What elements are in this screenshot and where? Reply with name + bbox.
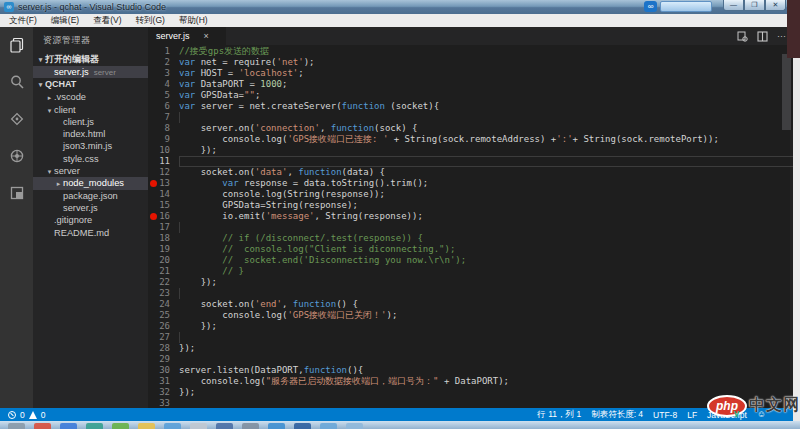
gutter[interactable]: 5 [148, 90, 179, 101]
menu-item-2[interactable]: 查看(V) [86, 14, 128, 27]
breakpoint-icon[interactable] [150, 180, 157, 187]
gutter[interactable]: 23 [148, 288, 179, 299]
gutter[interactable]: 31 [148, 376, 179, 387]
line-text[interactable]: server.listen(DataPORT,function(){ [179, 365, 800, 376]
gutter[interactable]: 7 [148, 112, 179, 123]
windows-taskbar[interactable] [0, 421, 800, 429]
code-line-27[interactable]: 27 [148, 332, 800, 343]
gutter[interactable]: 10 [148, 145, 179, 156]
section-打开的编辑器[interactable]: ▾打开的编辑器 [33, 53, 148, 66]
code-editor[interactable]: 1//接受gps发送的数据2var net = require('net');3… [148, 45, 800, 408]
open-preview-icon[interactable] [737, 31, 748, 42]
line-text[interactable]: }); [179, 145, 800, 156]
line-text[interactable]: var HOST = 'localhost'; [179, 68, 800, 79]
taskbar-icon-1[interactable] [34, 423, 51, 429]
gutter[interactable]: 20 [148, 255, 179, 266]
gutter[interactable]: 14 [148, 189, 179, 200]
tab-serverjs[interactable]: server.js × [148, 27, 226, 45]
tree-item-server[interactable]: ▾server [33, 165, 148, 177]
taskbar-icon-6[interactable] [164, 423, 181, 429]
search-icon[interactable] [7, 72, 27, 92]
problems-status[interactable]: 0 0 [0, 410, 45, 420]
line-text[interactable]: }); [179, 277, 800, 288]
close-button[interactable]: ✕ [765, 0, 786, 11]
tree-item-json3.min.js[interactable]: json3.min.js [33, 140, 148, 152]
line-text[interactable]: // } [179, 266, 800, 277]
code-line-20[interactable]: 20 // socket.end('Disconnecting you now.… [148, 255, 800, 266]
taskbar-icon-4[interactable] [112, 423, 129, 429]
gutter[interactable]: 8 [148, 123, 179, 134]
status-item-3[interactable]: LF [687, 410, 697, 420]
breakpoint-icon[interactable] [150, 213, 157, 220]
tree-item-client.js[interactable]: client.js [33, 116, 148, 128]
line-text[interactable]: }); [179, 321, 800, 332]
line-text[interactable]: console.log(String(response)); [179, 189, 800, 200]
debug-icon[interactable] [7, 146, 27, 166]
code-line-23[interactable]: 23 [148, 288, 800, 299]
line-text[interactable]: var GPSData=""; [179, 90, 800, 101]
extensions-icon[interactable] [7, 183, 27, 203]
gutter[interactable]: 22 [148, 277, 179, 288]
status-item-0[interactable]: 行 11，列 1 [537, 409, 581, 421]
gutter[interactable]: 25 [148, 310, 179, 321]
code-line-18[interactable]: 18 // if (/disconnect/.test(response)) { [148, 233, 800, 244]
code-line-13[interactable]: 13 var response = data.toString().trim()… [148, 178, 800, 189]
taskbar-icon-2[interactable] [60, 423, 77, 429]
code-line-33[interactable]: 33 [148, 398, 800, 408]
code-line-15[interactable]: 15 GPSData=String(response); [148, 200, 800, 211]
gutter[interactable]: 16 [148, 211, 179, 222]
gutter[interactable]: 3 [148, 68, 179, 79]
tree-item-node_modules[interactable]: ▸node_modules [33, 177, 148, 189]
code-line-3[interactable]: 3var HOST = 'localhost'; [148, 68, 800, 79]
code-line-28[interactable]: 28}); [148, 343, 800, 354]
taskbar-icon-10[interactable] [268, 423, 285, 429]
gutter[interactable]: 24 [148, 299, 179, 310]
tab-close-icon[interactable]: × [204, 31, 209, 41]
tree-item-client[interactable]: ▾client [33, 104, 148, 116]
line-text[interactable]: console.log("服务器已启动数据接收端口，端口号为：" + DataP… [179, 376, 800, 387]
tree-item-package.json[interactable]: package.json [33, 190, 148, 202]
code-line-1[interactable]: 1//接受gps发送的数据 [148, 46, 800, 57]
code-line-30[interactable]: 30server.listen(DataPORT,function(){ [148, 365, 800, 376]
gutter[interactable]: 30 [148, 365, 179, 376]
code-line-14[interactable]: 14 console.log(String(response)); [148, 189, 800, 200]
taskbar-icon-12[interactable] [320, 423, 337, 429]
taskbar-icon-7[interactable] [190, 423, 207, 429]
gutter[interactable]: 28 [148, 343, 179, 354]
line-text[interactable]: // console.log("Client is diconnecting."… [179, 244, 800, 255]
status-item-2[interactable]: UTF-8 [653, 410, 677, 420]
gutter[interactable]: 21 [148, 266, 179, 277]
taskbar-icon-3[interactable] [86, 423, 103, 429]
gutter[interactable]: 15 [148, 200, 179, 211]
menu-item-1[interactable]: 编辑(E) [44, 14, 86, 27]
menu-item-4[interactable]: 帮助(H) [172, 14, 215, 27]
code-line-29[interactable]: 29 [148, 354, 800, 365]
line-text[interactable] [179, 288, 800, 299]
source-control-icon[interactable] [7, 109, 27, 129]
code-line-21[interactable]: 21 // } [148, 266, 800, 277]
gutter[interactable]: 13 [148, 178, 179, 189]
code-line-19[interactable]: 19 // console.log("Client is diconnectin… [148, 244, 800, 255]
gutter[interactable]: 9 [148, 134, 179, 145]
line-text[interactable]: var DataPORT = 1000; [179, 79, 800, 90]
tree-item-.gitignore[interactable]: .gitignore [33, 214, 148, 226]
line-text[interactable]: socket.on('data', function(data) { [179, 167, 800, 178]
line-text[interactable]: var response = data.toString().trim(); [179, 178, 800, 189]
tree-item-server.js[interactable]: server.js [33, 202, 148, 214]
tree-item-.vscode[interactable]: ▸.vscode [33, 91, 148, 103]
gutter[interactable]: 4 [148, 79, 179, 90]
code-line-24[interactable]: 24 socket.on('end', function() { [148, 299, 800, 310]
gutter[interactable]: 32 [148, 387, 179, 398]
gutter[interactable]: 18 [148, 233, 179, 244]
line-text[interactable]: GPSData=String(response); [179, 200, 800, 211]
minimize-button[interactable]: — [723, 0, 744, 11]
tree-item-README.md[interactable]: README.md [33, 227, 148, 239]
gutter[interactable]: 2 [148, 57, 179, 68]
code-line-25[interactable]: 25 console.log('GPS接收端口已关闭！'); [148, 310, 800, 321]
more-actions-icon[interactable]: ··· [777, 27, 786, 45]
tree-item-style.css[interactable]: style.css [33, 153, 148, 165]
code-line-6[interactable]: 6var server = net.createServer(function … [148, 101, 800, 112]
gutter[interactable]: 19 [148, 244, 179, 255]
line-text[interactable]: var server = net.createServer(function (… [179, 101, 800, 112]
line-text[interactable]: console.log('GPS接收端口已关闭！'); [179, 310, 800, 321]
